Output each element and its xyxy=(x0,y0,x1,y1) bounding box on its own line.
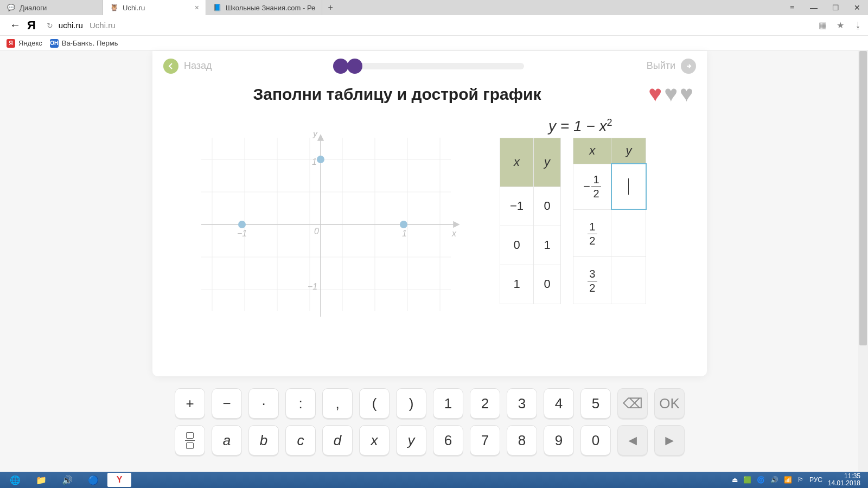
tab-title: Диалоги xyxy=(20,4,47,12)
svg-text:0: 0 xyxy=(314,227,319,236)
bookmark-star-icon[interactable]: ★ xyxy=(837,20,844,30)
graph-point[interactable] xyxy=(400,221,407,228)
tray-lang[interactable]: РУС xyxy=(809,476,822,484)
heart-icon: ♥ xyxy=(648,81,662,107)
key-6[interactable]: 6 xyxy=(433,425,463,455)
key-0[interactable]: 0 xyxy=(580,425,611,455)
lesson-progress xyxy=(334,63,524,69)
y-cell[interactable] xyxy=(611,256,646,304)
download-icon[interactable]: ⭳ xyxy=(854,21,863,30)
windows-taskbar: 🌐 📁 🔊 🔵 Y ⏏ 🟩 🌀 🔊 📶 🏳 РУС 11:35 14.01.20… xyxy=(0,472,868,488)
taskbar-media-icon[interactable]: 🔊 xyxy=(55,473,79,487)
key-d[interactable]: d xyxy=(322,425,353,455)
coordinate-graph[interactable]: y x 1 −1 0 −1 1 xyxy=(180,116,462,333)
browser-tab[interactable]: 📘 Школьные Знания.com - Ре xyxy=(206,0,322,15)
tray-icon[interactable]: 🟩 xyxy=(743,476,751,484)
yandex-logo-icon[interactable]: Я xyxy=(27,18,36,33)
bookmark-item[interactable]: OH Ва-Банкъ. Пермь xyxy=(50,39,118,48)
key-plus[interactable]: + xyxy=(175,388,205,419)
key-backspace[interactable]: ⌫ xyxy=(617,388,648,419)
tray-flag-icon[interactable]: 🏳 xyxy=(797,476,804,484)
key-comma[interactable]: , xyxy=(322,388,353,419)
svg-text:1: 1 xyxy=(402,229,407,238)
maximize-icon[interactable]: ☐ xyxy=(825,0,846,15)
key-5[interactable]: 5 xyxy=(580,388,611,419)
y-cell[interactable] xyxy=(611,209,646,256)
extension-icon[interactable]: ▦ xyxy=(819,20,827,30)
lesson-exit-button[interactable]: Выйти xyxy=(647,59,696,74)
taskbar-explorer-icon[interactable]: 📁 xyxy=(29,473,53,487)
minimize-icon[interactable]: — xyxy=(803,0,825,15)
exit-icon xyxy=(681,59,696,74)
menu-icon[interactable]: ≡ xyxy=(781,0,803,15)
heart-icon: ♥ xyxy=(680,81,693,107)
window-titlebar: 💬 Диалоги 🦉 Uchi.ru × 📘 Школьные Знания.… xyxy=(0,0,868,15)
key-y[interactable]: y xyxy=(396,425,426,455)
tab-icon: 🦉 xyxy=(110,3,118,12)
chevron-left-icon xyxy=(163,59,178,74)
new-tab-button[interactable]: + xyxy=(322,0,339,15)
svg-text:−1: −1 xyxy=(237,229,247,238)
key-2[interactable]: 2 xyxy=(470,388,500,419)
lesson-topbar: Назад Выйти xyxy=(152,51,707,81)
key-9[interactable]: 9 xyxy=(544,425,574,455)
math-keypad: + − · : , ( ) 1 2 3 4 5 ⌫ OK a b c d x y… xyxy=(152,382,707,465)
values-table-input: xy −12 12 32 xyxy=(573,138,647,304)
key-minus[interactable]: − xyxy=(212,388,242,419)
key-left[interactable]: ◄ xyxy=(617,425,648,455)
heart-icon: ♥ xyxy=(664,81,678,107)
keypad-row: + − · : , ( ) 1 2 3 4 5 ⌫ OK xyxy=(175,388,685,419)
key-4[interactable]: 4 xyxy=(544,388,574,419)
svg-text:1: 1 xyxy=(312,157,317,166)
progress-dot xyxy=(333,59,348,74)
key-7[interactable]: 7 xyxy=(470,425,500,455)
bookmark-icon: OH xyxy=(50,39,59,48)
graph-point[interactable] xyxy=(317,156,324,163)
tab-icon: 📘 xyxy=(213,3,221,12)
key-right[interactable]: ► xyxy=(654,425,685,455)
x-cell: −12 xyxy=(573,164,611,209)
key-rparen[interactable]: ) xyxy=(396,388,426,419)
scrollbar-thumb[interactable] xyxy=(859,51,867,345)
graph-point[interactable] xyxy=(238,221,246,228)
tray-icon[interactable]: 🌀 xyxy=(757,476,765,484)
axis-label-y: y xyxy=(312,129,318,138)
key-3[interactable]: 3 xyxy=(507,388,537,419)
browser-tab[interactable]: 💬 Диалоги xyxy=(0,0,103,15)
key-a[interactable]: a xyxy=(212,425,242,455)
reload-icon[interactable]: ↻ xyxy=(47,21,53,30)
tab-close-icon[interactable]: × xyxy=(195,3,199,12)
bookmark-icon: Я xyxy=(7,39,15,48)
close-window-icon[interactable]: ✕ xyxy=(846,0,868,15)
x-cell: 12 xyxy=(573,209,611,256)
svg-text:−1: −1 xyxy=(308,282,317,291)
url-text[interactable]: uchi.ru Uchi.ru xyxy=(59,21,116,30)
key-c[interactable]: c xyxy=(285,425,316,455)
nav-back-icon[interactable]: ← xyxy=(10,19,21,31)
axis-label-x: x xyxy=(451,229,457,238)
tray-clock[interactable]: 11:35 14.01.2018 xyxy=(828,473,860,487)
progress-dot xyxy=(347,59,362,74)
vertical-scrollbar[interactable] xyxy=(858,51,868,472)
key-ok[interactable]: OK xyxy=(654,388,685,419)
bookmark-item[interactable]: Я Яндекс xyxy=(7,39,42,48)
key-1[interactable]: 1 xyxy=(433,388,463,419)
key-dot[interactable]: · xyxy=(248,388,279,419)
taskbar-yandex-icon[interactable]: Y xyxy=(107,473,131,487)
tray-icon[interactable]: ⏏ xyxy=(732,476,738,484)
browser-tab[interactable]: 🦉 Uchi.ru × xyxy=(103,0,206,15)
key-x[interactable]: x xyxy=(359,425,390,455)
y-input-cell[interactable] xyxy=(611,164,646,209)
key-8[interactable]: 8 xyxy=(507,425,537,455)
key-fraction[interactable] xyxy=(175,425,205,455)
taskbar-ie-icon[interactable]: 🌐 xyxy=(3,473,27,487)
key-lparen[interactable]: ( xyxy=(359,388,390,419)
taskbar-app-icon[interactable]: 🔵 xyxy=(81,473,105,487)
key-b[interactable]: b xyxy=(248,425,279,455)
keypad-row: a b c d x y 6 7 8 9 0 ◄ ► xyxy=(175,425,685,455)
x-cell: 32 xyxy=(573,256,611,304)
tray-network-icon[interactable]: 📶 xyxy=(784,476,792,484)
key-colon[interactable]: : xyxy=(285,388,316,419)
tray-volume-icon[interactable]: 🔊 xyxy=(770,476,778,484)
lesson-back-button[interactable]: Назад xyxy=(163,59,212,74)
